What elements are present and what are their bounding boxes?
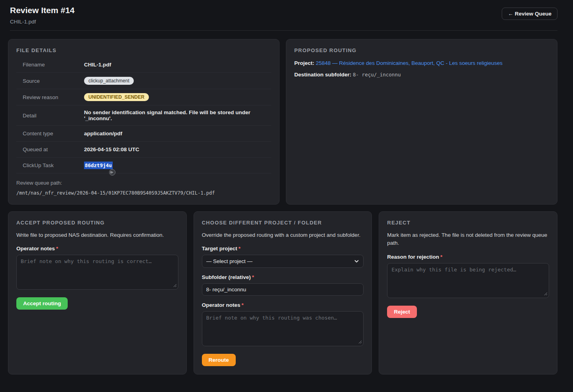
- file-details-title: FILE DETAILS: [16, 47, 271, 53]
- reroute-notes-field-wrap: [202, 311, 364, 347]
- table-row: Filename CHIL-1.pdf: [16, 57, 271, 73]
- queued-at-value: 2026-04-15 02:08 UTC: [84, 146, 139, 152]
- accept-routing-description: Write file to proposed NAS destination. …: [16, 231, 178, 239]
- table-row: Queued at 2026-04-15 02:08 UTC: [16, 142, 271, 158]
- reroute-card: CHOOSE DIFFERENT PROJECT / FOLDER Overri…: [194, 211, 372, 374]
- table-row: Source clickup_attachment: [16, 73, 271, 89]
- required-asterisk: *: [440, 254, 442, 260]
- content-type-value: application/pdf: [84, 131, 122, 137]
- cursor-icon: [109, 169, 116, 177]
- file-details-card: FILE DETAILS Filename CHIL-1.pdf Source …: [8, 39, 280, 205]
- required-asterisk: *: [252, 274, 254, 280]
- destination-subfolder-value: 8- reçu/_inconnu: [353, 72, 401, 78]
- page-title: Review Item #14: [10, 6, 74, 15]
- clickup-task-link[interactable]: 86dzt9j4u: [84, 162, 113, 169]
- routing-destination-line: Destination subfolder: 8- reçu/_inconnu: [294, 71, 549, 79]
- reject-card: REJECT Mark item as rejected. The file i…: [379, 211, 557, 374]
- target-project-label: Target project*: [202, 246, 364, 252]
- page-header-text: Review Item #14 CHIL-1.pdf: [10, 6, 74, 25]
- destination-subfolder-label: Destination subfolder:: [294, 72, 351, 78]
- required-asterisk: *: [56, 246, 58, 252]
- review-reason-label: Review reason: [23, 94, 84, 100]
- queued-at-label: Queued at: [23, 146, 84, 152]
- required-asterisk: *: [239, 246, 241, 252]
- accept-notes-textarea[interactable]: [16, 255, 178, 290]
- rejection-reason-textarea[interactable]: [387, 263, 549, 298]
- reroute-title: CHOOSE DIFFERENT PROJECT / FOLDER: [202, 220, 364, 226]
- proposed-routing-title: PROPOSED ROUTING: [294, 47, 549, 53]
- bottom-grid: ACCEPT PROPOSED ROUTING Write file to pr…: [8, 211, 557, 374]
- source-value: clickup_attachment: [84, 77, 134, 85]
- rejection-reason-field-wrap: [387, 263, 549, 299]
- clickup-task-label: ClickUp Task: [23, 162, 84, 168]
- target-project-select-wrap: — Select project —: [202, 255, 364, 268]
- table-row: Review reason UNIDENTIFIED_SENDER: [16, 89, 271, 105]
- top-grid: FILE DETAILS Filename CHIL-1.pdf Source …: [8, 39, 557, 205]
- source-label: Source: [23, 78, 84, 84]
- detail-value: No sender identification signal matched.…: [84, 109, 271, 121]
- project-label: Project:: [294, 60, 314, 66]
- routing-project-line: Project: 25848 — Résidence des Dominicai…: [294, 59, 549, 67]
- review-queue-back-button[interactable]: ← Review Queue: [502, 8, 557, 20]
- review-reason-value: UNIDENTIFIED_SENDER: [84, 93, 149, 101]
- reroute-notes-textarea[interactable]: [202, 311, 364, 346]
- table-row: Detail No sender identification signal m…: [16, 105, 271, 126]
- review-reason-badge: UNIDENTIFIED_SENDER: [84, 93, 149, 101]
- accept-routing-card: ACCEPT PROPOSED ROUTING Write file to pr…: [8, 211, 187, 374]
- file-details-rows: Filename CHIL-1.pdf Source clickup_attac…: [16, 57, 271, 174]
- reject-description: Mark item as rejected. The file is not d…: [387, 231, 549, 248]
- table-row: Content type application/pdf: [16, 126, 271, 142]
- subfolder-field-wrap: [202, 283, 364, 296]
- accept-routing-button[interactable]: Accept routing: [16, 297, 68, 310]
- rejection-reason-label: Reason for rejection*: [387, 254, 549, 260]
- resize-handle[interactable]: [358, 339, 362, 345]
- filename-value: CHIL-1.pdf: [84, 62, 111, 68]
- subfolder-input[interactable]: [202, 283, 364, 296]
- reroute-button[interactable]: Reroute: [202, 354, 236, 366]
- queue-path-label: Review queue path:: [16, 180, 271, 186]
- header-divider: [10, 30, 557, 31]
- accept-routing-title: ACCEPT PROPOSED ROUTING: [16, 220, 178, 226]
- detail-label: Detail: [23, 113, 84, 119]
- page-subtitle: CHIL-1.pdf: [10, 19, 74, 25]
- page-header: Review Item #14 CHIL-1.pdf ← Review Queu…: [8, 6, 557, 25]
- queue-path-value: /mnt/nas/_nfr_review/2026-04-15/01KP7EC7…: [16, 190, 271, 196]
- resize-handle[interactable]: [544, 291, 548, 297]
- accept-notes-label: Operator notes*: [16, 246, 178, 252]
- subfolder-label: Subfolder (relative)*: [202, 274, 364, 280]
- resize-handle[interactable]: [173, 283, 177, 289]
- source-badge: clickup_attachment: [84, 77, 134, 85]
- project-link[interactable]: 25848 — Résidence des Dominicaines, Beau…: [316, 60, 503, 66]
- table-row: ClickUp Task 86dzt9j4u: [16, 158, 271, 174]
- reroute-description: Override the proposed routing with a cus…: [202, 231, 364, 239]
- reroute-notes-label: Operator notes*: [202, 302, 364, 308]
- clickup-task-value: 86dzt9j4u: [84, 162, 113, 168]
- accept-notes-field-wrap: [16, 255, 178, 291]
- filename-label: Filename: [23, 62, 84, 68]
- required-asterisk: *: [241, 302, 243, 308]
- queue-path-block: Review queue path: /mnt/nas/_nfr_review/…: [16, 180, 271, 196]
- content-type-label: Content type: [23, 131, 84, 137]
- reject-title: REJECT: [387, 220, 549, 226]
- target-project-select[interactable]: — Select project —: [202, 255, 364, 268]
- reject-button[interactable]: Reject: [387, 306, 417, 318]
- proposed-routing-card: PROPOSED ROUTING Project: 25848 — Réside…: [286, 39, 557, 205]
